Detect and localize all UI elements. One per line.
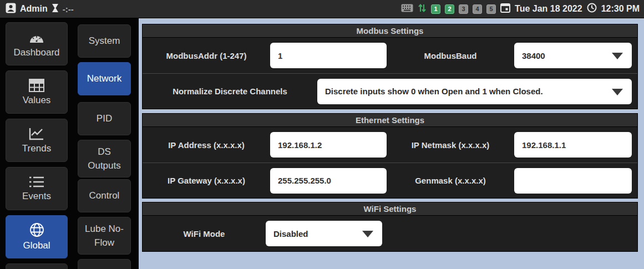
subnav-item-control[interactable]: Control bbox=[78, 179, 131, 212]
subnav-item-pid[interactable]: PID bbox=[78, 102, 131, 135]
subnav-item-system[interactable]: System bbox=[78, 24, 131, 58]
channel-badge-2[interactable]: 2 bbox=[445, 4, 454, 14]
modbus-addr-label: ModbusAddr (1-247) bbox=[143, 51, 270, 60]
sidebar-item-dashboard[interactable]: Dashboard bbox=[6, 22, 68, 65]
subnav-item-label: Network bbox=[87, 72, 121, 86]
channel-badge-4[interactable]: 4 bbox=[473, 4, 482, 14]
chevron-down-icon bbox=[362, 231, 373, 237]
settings-content: Modbus Settings ModbusAddr (1-247) Modbu… bbox=[139, 18, 644, 269]
ethernet-row-2: IP Gateway (x.x.x.x) Genmask (x.x.x.x) bbox=[143, 163, 637, 198]
section-title: Modbus Settings bbox=[143, 24, 637, 38]
channel-badge-1[interactable]: 1 bbox=[431, 4, 440, 14]
session-timer: -:-- bbox=[63, 4, 74, 14]
sidebar-item-label: Events bbox=[22, 191, 51, 202]
grid-icon bbox=[29, 79, 44, 92]
wifi-mode-value: Disabled bbox=[273, 229, 308, 238]
keyboard-icon[interactable] bbox=[401, 4, 413, 14]
modbus-addr-input[interactable] bbox=[270, 43, 387, 68]
status-time: 12:30 PM bbox=[601, 4, 640, 14]
subnav-item-label: Control bbox=[89, 189, 120, 203]
sidebar-item-next-partial[interactable] bbox=[6, 263, 68, 269]
subnav-item-label: PID bbox=[97, 111, 112, 126]
normalize-discrete-value: Discrete inputs show 0 when Open and 1 w… bbox=[325, 87, 543, 96]
modbus-row-1: ModbusAddr (1-247) ModbusBaud 38400 bbox=[143, 38, 637, 73]
sidebar-item-label: Trends bbox=[22, 143, 51, 154]
modbus-baud-value: 38400 bbox=[522, 51, 545, 60]
ip-address-input[interactable] bbox=[270, 132, 387, 158]
subnav-item-next-partial[interactable] bbox=[78, 259, 131, 269]
subnav-item-ds-outputs[interactable]: DS Outputs bbox=[78, 140, 131, 177]
wifi-row-1: WiFi Mode Disabled bbox=[143, 216, 637, 251]
subnav-item-lube-no-flow[interactable]: Lube No-Flow bbox=[78, 217, 131, 255]
sidebar-item-label: Values bbox=[23, 95, 51, 106]
section-title: WiFi Settings bbox=[143, 202, 637, 216]
ip-gateway-label: IP Gateway (x.x.x.x) bbox=[143, 176, 270, 185]
ip-netmask-label: IP Netmask (x.x.x.x) bbox=[387, 140, 514, 150]
wifi-mode-select[interactable]: Disabled bbox=[266, 221, 382, 246]
sidebar-item-label: Global bbox=[23, 240, 50, 251]
sidebar-item-trends[interactable]: Trends bbox=[6, 119, 68, 162]
ip-gateway-input[interactable] bbox=[270, 168, 387, 194]
ip-netmask-input[interactable] bbox=[514, 132, 632, 158]
subnav-item-label: Lube No-Flow bbox=[84, 222, 125, 250]
ip-address-label: IP Address (x.x.x.x) bbox=[143, 140, 270, 150]
chevron-down-icon bbox=[612, 53, 623, 59]
subnav-item-label: DS Outputs bbox=[85, 145, 124, 173]
up-down-arrows-icon[interactable] bbox=[418, 3, 427, 14]
ethernet-settings-section: Ethernet Settings IP Address (x.x.x.x) I… bbox=[142, 113, 638, 199]
modbus-baud-select[interactable]: 38400 bbox=[514, 43, 632, 68]
sidebar-item-global[interactable]: Global bbox=[6, 215, 68, 258]
section-title: Ethernet Settings bbox=[143, 114, 637, 127]
sidebar-item-values[interactable]: Values bbox=[6, 70, 68, 114]
calendar-icon bbox=[500, 3, 510, 15]
modbus-settings-section: Modbus Settings ModbusAddr (1-247) Modbu… bbox=[142, 24, 638, 109]
subnav-item-network[interactable]: Network bbox=[78, 62, 131, 95]
line-chart-icon bbox=[29, 127, 44, 140]
titlebar: Admin -:-- 1 2 3 4 5 Tue Jan 18 2022 12:… bbox=[0, 0, 644, 18]
sidebar-item-events[interactable]: Events bbox=[6, 167, 68, 210]
globe-icon bbox=[29, 222, 44, 237]
ethernet-row-1: IP Address (x.x.x.x) IP Netmask (x.x.x.x… bbox=[143, 127, 637, 163]
list-icon bbox=[29, 176, 44, 188]
subnav-item-label: System bbox=[89, 34, 120, 48]
wifi-mode-label: WiFi Mode bbox=[143, 229, 266, 238]
sidebar-item-label: Dashboard bbox=[13, 47, 59, 58]
wifi-settings-section: WiFi Settings WiFi Mode Disabled bbox=[142, 202, 638, 252]
normalize-discrete-select[interactable]: Discrete inputs show 0 when Open and 1 w… bbox=[317, 79, 632, 104]
genmask-label: Genmask (x.x.x.x) bbox=[387, 176, 514, 185]
user-badge-icon bbox=[6, 3, 16, 16]
normalize-discrete-label: Normalize Discrete Channels bbox=[143, 87, 317, 96]
status-date: Tue Jan 18 2022 bbox=[515, 4, 582, 14]
hourglass-icon bbox=[52, 3, 59, 15]
clock-icon bbox=[587, 3, 597, 15]
modbus-baud-label: ModbusBaud bbox=[387, 51, 514, 60]
channel-badge-5[interactable]: 5 bbox=[486, 4, 496, 14]
channel-badge-3[interactable]: 3 bbox=[459, 4, 468, 14]
genmask-input[interactable] bbox=[514, 168, 632, 194]
modbus-row-2: Normalize Discrete Channels Discrete inp… bbox=[143, 73, 637, 109]
gauge-icon bbox=[28, 30, 45, 44]
logged-in-user[interactable]: Admin bbox=[20, 4, 48, 14]
chevron-down-icon bbox=[612, 89, 623, 95]
